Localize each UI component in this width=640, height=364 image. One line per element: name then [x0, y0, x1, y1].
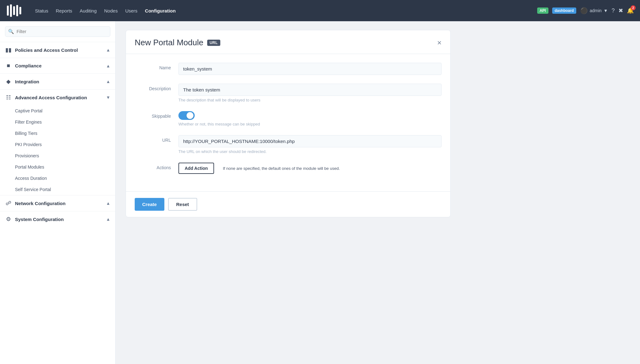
advanced-icon: ☷ [5, 94, 12, 101]
network-label: Network Configuration [15, 201, 66, 206]
description-hint: The description that will be displayed t… [178, 98, 442, 102]
sidebar-section-advanced: ☷ Advanced Access Configuration ▼ Captiv… [0, 89, 115, 195]
top-navigation: Status Reports Auditing Nodes Users Conf… [0, 0, 640, 21]
sidebar-item-self-service-portal[interactable]: Self Service Portal [0, 184, 115, 195]
notifications-button[interactable]: 🔔 2 [627, 7, 634, 14]
help-icon[interactable]: ? [612, 7, 615, 14]
filter-section: 🔍 [0, 26, 115, 42]
user-label: admin [590, 8, 602, 13]
sidebar-item-portal-modules[interactable]: Portal Modules [0, 161, 115, 173]
chevron-up-icon: ▲ [106, 201, 110, 206]
nav-configuration[interactable]: Configuration [145, 8, 176, 13]
advanced-label: Advanced Access Configuration [15, 95, 87, 100]
settings-icon[interactable]: ✖ [618, 7, 623, 14]
sidebar-section-policies: ▮▮ Policies and Access Control ▲ [0, 42, 115, 58]
sidebar-section-compliance: ■ Compliance ▲ [0, 58, 115, 73]
sidebar-item-access-duration[interactable]: Access Duration [0, 173, 115, 184]
nav-nodes[interactable]: Nodes [104, 8, 118, 13]
form-title: New Portal Module [135, 38, 203, 47]
sidebar-section-integration: ◆ Integration ▲ [0, 73, 115, 89]
url-row: URL The URL on which the user should be … [135, 135, 442, 154]
policies-icon: ▮▮ [5, 47, 12, 53]
form-body: Name Description The description that wi… [126, 54, 450, 191]
advanced-sub-items: Captive Portal Filter Engines Billing Ti… [0, 105, 115, 195]
url-label: URL [135, 135, 178, 143]
form-footer: Create Reset [126, 191, 450, 217]
user-icon: ⚫ [580, 7, 588, 14]
compliance-label: Compliance [15, 63, 42, 68]
integration-label: Integration [15, 79, 39, 84]
nav-reports[interactable]: Reports [56, 8, 72, 13]
url-field: The URL on which the user should be redi… [178, 135, 442, 154]
sidebar-item-system-configuration[interactable]: ⚙ System Configuration ▲ [0, 211, 115, 227]
skippable-hint: Whether or not, this message can be skip… [178, 122, 442, 126]
svg-rect-4 [19, 7, 21, 14]
sidebar-item-provisioners[interactable]: Provisioners [0, 150, 115, 161]
nav-auditing[interactable]: Auditing [80, 8, 97, 13]
sidebar-item-integration[interactable]: ◆ Integration ▲ [0, 74, 115, 89]
system-icon: ⚙ [5, 216, 12, 223]
chevron-down-icon: ▼ [603, 8, 608, 13]
create-button[interactable]: Create [135, 198, 164, 211]
type-badge: URL [207, 40, 220, 46]
sidebar-item-network-configuration[interactable]: ☍ Network Configuration ▲ [0, 195, 115, 211]
form-header: New Portal Module URL × [126, 30, 450, 54]
sidebar-item-pki-providers[interactable]: PKI Providers [0, 139, 115, 150]
svg-rect-1 [10, 4, 12, 17]
nav-status[interactable]: Status [35, 8, 48, 13]
url-input[interactable] [178, 135, 442, 147]
svg-rect-3 [16, 5, 18, 16]
compliance-icon: ■ [5, 62, 12, 69]
chevron-up-icon: ▲ [106, 63, 110, 68]
sidebar-item-policies-and-access-control[interactable]: ▮▮ Policies and Access Control ▲ [0, 42, 115, 58]
close-button[interactable]: × [437, 39, 442, 47]
actions-label: Actions [135, 163, 178, 170]
sidebar-section-network: ☍ Network Configuration ▲ [0, 195, 115, 211]
chevron-up-icon: ▲ [106, 79, 110, 84]
description-field: The description that will be displayed t… [178, 84, 442, 102]
name-input[interactable] [178, 63, 442, 75]
sidebar-item-compliance[interactable]: ■ Compliance ▲ [0, 58, 115, 73]
chevron-down-icon: ▼ [106, 95, 110, 100]
actions-hint: If none are specified, the default ones … [223, 166, 340, 171]
sidebar-item-captive-portal[interactable]: Captive Portal [0, 105, 115, 116]
integration-icon: ◆ [5, 78, 12, 85]
actions-row: Actions Add Action If none are specified… [135, 163, 442, 174]
sidebar-item-filter-engines[interactable]: Filter Engines [0, 116, 115, 128]
toggle-slider [178, 111, 195, 120]
notification-count: 2 [631, 5, 636, 10]
skippable-field: Whether or not, this message can be skip… [178, 111, 442, 126]
api-badge[interactable]: API [537, 7, 548, 14]
form-title-area: New Portal Module URL [135, 38, 220, 47]
dashboard-badge[interactable]: dashboard [552, 7, 576, 14]
chevron-up-icon: ▲ [106, 47, 110, 52]
user-menu[interactable]: ⚫ admin ▼ [580, 7, 608, 14]
name-row: Name [135, 63, 442, 75]
description-label: Description [135, 84, 178, 91]
new-portal-module-form: New Portal Module URL × Name Description [126, 30, 451, 217]
sidebar: 🔍 ▮▮ Policies and Access Control ▲ ■ Com… [0, 21, 116, 364]
nav-users[interactable]: Users [125, 8, 138, 13]
main-content: New Portal Module URL × Name Description [116, 21, 640, 364]
add-action-button[interactable]: Add Action [178, 163, 214, 174]
chevron-up-icon: ▲ [106, 217, 110, 222]
skippable-row: Skippable Whether or not, this message c… [135, 111, 442, 126]
svg-rect-2 [13, 6, 15, 15]
actions-field: Add Action If none are specified, the de… [178, 163, 442, 174]
sidebar-item-advanced-access-configuration[interactable]: ☷ Advanced Access Configuration ▼ [0, 90, 115, 105]
reset-button[interactable]: Reset [168, 198, 197, 211]
description-input[interactable] [178, 84, 442, 96]
url-hint: The URL on which the user should be redi… [178, 149, 442, 154]
search-icon: 🔍 [8, 29, 14, 34]
skippable-label: Skippable [135, 111, 178, 119]
svg-rect-0 [7, 6, 9, 16]
policies-label: Policies and Access Control [15, 47, 78, 53]
sidebar-item-billing-tiers[interactable]: Billing Tiers [0, 128, 115, 139]
filter-input[interactable] [5, 26, 110, 37]
name-field [178, 63, 442, 75]
logo[interactable] [6, 4, 22, 17]
name-label: Name [135, 63, 178, 70]
network-icon: ☍ [5, 200, 12, 207]
sidebar-section-system: ⚙ System Configuration ▲ [0, 211, 115, 227]
skippable-toggle[interactable] [178, 111, 195, 120]
